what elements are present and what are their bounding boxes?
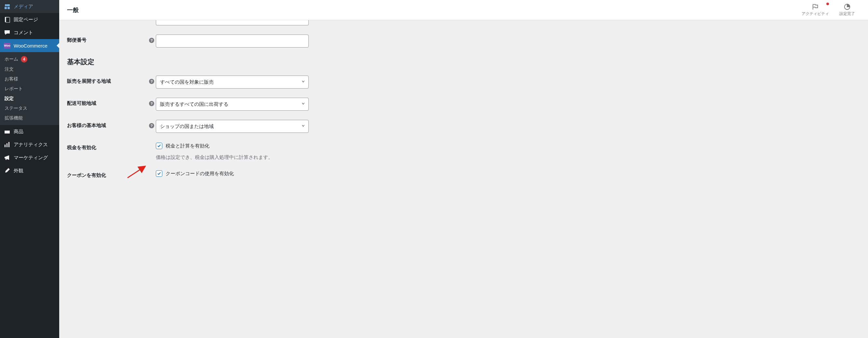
enable-coupon-checkbox[interactable]: [156, 170, 162, 177]
svg-rect-10: [8, 142, 9, 147]
svg-rect-3: [7, 7, 10, 9]
activity-dot-icon: [826, 3, 829, 5]
sidebar-sub-reports[interactable]: レポート: [0, 84, 59, 94]
svg-rect-7: [5, 130, 10, 131]
sidebar-item-label: 商品: [14, 129, 24, 135]
svg-rect-5: [6, 17, 10, 23]
enable-tax-description: 価格は設定でき、税金は購入処理中に計算されます。: [156, 154, 860, 161]
sidebar-sub-label: 拡張機能: [5, 115, 23, 121]
media-icon: [4, 3, 10, 10]
customer-region-select[interactable]: ショップの国または地域: [156, 120, 309, 133]
sidebar-sub-label: レポート: [5, 86, 23, 92]
svg-point-0: [5, 4, 7, 6]
sidebar-sub-label: 注文: [5, 66, 14, 72]
setup-done-button[interactable]: 設定完了: [834, 2, 860, 18]
shipping-region-select[interactable]: 販売するすべての国に出荷する: [156, 98, 309, 111]
sidebar-item-label: 固定ページ: [14, 17, 38, 23]
customer-region-label: お客様の基本地域: [67, 120, 147, 129]
postcode-input[interactable]: [156, 34, 309, 48]
marketing-icon: [4, 154, 10, 161]
main-area: 一般 アクティビティ 設定完了: [59, 0, 868, 338]
products-icon: [4, 128, 10, 135]
selling-region-value: すべての国を対象に販売: [160, 79, 214, 85]
sidebar-item-label: メディア: [14, 4, 33, 10]
sidebar-sub-label: ホーム: [5, 56, 18, 62]
activity-label: アクティビティ: [802, 11, 829, 17]
customer-region-value: ショップの国または地域: [160, 123, 214, 130]
page-icon: [4, 16, 10, 23]
flag-icon: [812, 3, 819, 10]
sidebar-sub-label: 設定: [5, 96, 14, 102]
sidebar-item-label: WooCommerce: [14, 43, 48, 49]
enable-tax-checkbox[interactable]: [156, 143, 162, 149]
help-icon[interactable]: ?: [149, 79, 154, 84]
woocommerce-icon: Woo: [4, 42, 10, 49]
sidebar-item-media[interactable]: メディア: [0, 0, 59, 13]
sidebar-sub-customers[interactable]: お客様: [0, 74, 59, 84]
home-badge-count: 4: [21, 56, 27, 62]
shipping-region-value: 販売するすべての国に出荷する: [160, 101, 228, 108]
help-icon[interactable]: ?: [149, 101, 154, 106]
topbar: 一般 アクティビティ 設定完了: [59, 0, 868, 20]
activity-button[interactable]: アクティビティ: [797, 2, 834, 18]
sidebar-sub-label: ステータス: [5, 106, 27, 111]
sidebar-item-marketing[interactable]: マーケティング: [0, 151, 59, 164]
sidebar-sub-extensions[interactable]: 拡張機能: [0, 113, 59, 123]
setup-label: 設定完了: [839, 11, 855, 17]
enable-tax-checkbox-label: 税金と計算を有効化: [165, 143, 210, 149]
svg-rect-2: [5, 7, 7, 9]
postcode-label: 郵便番号: [67, 34, 147, 43]
selling-region-select[interactable]: すべての国を対象に販売: [156, 76, 309, 89]
sidebar-sub-label: お客様: [5, 76, 18, 82]
sidebar-submenu-woocommerce: ホーム 4 注文 お客様 レポート 設定 ステータス 拡張機能: [0, 52, 59, 125]
selling-region-label: 販売を展開する地域: [67, 76, 147, 84]
sidebar-item-woocommerce[interactable]: Woo WooCommerce: [0, 39, 59, 52]
page-title: 一般: [67, 6, 79, 14]
progress-icon: [844, 3, 851, 10]
enable-tax-label: 税金を有効化: [67, 142, 147, 151]
sidebar-item-pages[interactable]: 固定ページ: [0, 13, 59, 26]
svg-rect-9: [6, 143, 7, 147]
sidebar-item-products[interactable]: 商品: [0, 125, 59, 138]
sidebar-item-label: マーケティング: [14, 155, 48, 161]
sidebar-item-appearance[interactable]: 外観: [0, 164, 59, 177]
sidebar-item-label: コメント: [14, 30, 33, 36]
settings-form: 郵便番号 ? 基本設定 販売を展開する地域 ? すべての国を対象に販売: [59, 20, 868, 338]
enable-coupon-checkbox-label: クーポンコードの使用を有効化: [165, 171, 234, 177]
appearance-icon: [4, 167, 10, 174]
sidebar-sub-home[interactable]: ホーム 4: [0, 54, 59, 64]
svg-rect-1: [7, 4, 10, 6]
section-heading-basic: 基本設定: [67, 57, 860, 66]
analytics-icon: [4, 141, 10, 148]
help-icon[interactable]: ?: [149, 123, 154, 128]
admin-sidebar: メディア 固定ページ コメント Woo WooCommerce ホーム 4: [0, 0, 59, 338]
truncated-select-above[interactable]: [156, 20, 309, 25]
svg-rect-8: [5, 145, 5, 147]
sidebar-sub-settings[interactable]: 設定: [0, 94, 59, 104]
sidebar-item-label: アナリティクス: [14, 142, 48, 148]
sidebar-item-label: 外観: [14, 168, 24, 174]
sidebar-item-comments[interactable]: コメント: [0, 26, 59, 39]
help-icon[interactable]: ?: [149, 38, 154, 43]
comment-icon: [4, 29, 10, 36]
sidebar-item-analytics[interactable]: アナリティクス: [0, 138, 59, 151]
enable-coupon-label: クーポンを有効化: [67, 170, 147, 178]
sidebar-sub-status[interactable]: ステータス: [0, 104, 59, 113]
shipping-region-label: 配送可能地域: [67, 98, 147, 107]
sidebar-sub-orders[interactable]: 注文: [0, 64, 59, 74]
